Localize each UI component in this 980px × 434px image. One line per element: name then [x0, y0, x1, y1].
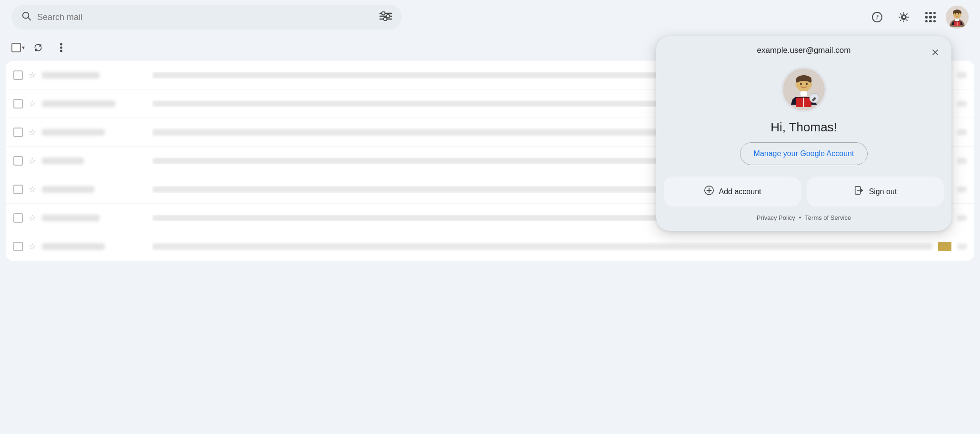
star-icon[interactable]: ☆ [29, 127, 36, 138]
dropdown-actions: Add account Sign out [664, 177, 944, 207]
search-input[interactable] [37, 12, 373, 22]
email-sender [42, 243, 147, 250]
email-sender [42, 72, 147, 79]
svg-point-23 [60, 50, 62, 52]
row-checkbox[interactable] [13, 70, 23, 80]
apps-button[interactable] [919, 6, 942, 29]
dropdown-avatar [781, 67, 827, 112]
svg-point-7 [384, 18, 387, 21]
select-all-wrapper[interactable]: ▾ [11, 43, 25, 52]
email-time [957, 158, 967, 164]
row-checkbox[interactable] [13, 185, 23, 194]
svg-point-21 [60, 43, 62, 46]
select-all-checkbox[interactable] [11, 43, 21, 52]
row-checkbox[interactable] [13, 128, 23, 137]
header-icons: ? [866, 6, 969, 29]
svg-point-10 [902, 16, 905, 19]
svg-point-18 [958, 13, 959, 15]
dropdown-avatar-section: Hi, Thomas! Manage your Google Account [656, 63, 951, 175]
more-options-button[interactable] [51, 38, 70, 57]
search-bar [11, 5, 402, 30]
svg-rect-33 [800, 91, 807, 96]
email-time [957, 72, 967, 78]
manage-account-button[interactable]: Manage your Google Account [740, 142, 868, 165]
row-checkbox[interactable] [13, 156, 23, 166]
dropdown-email: example.user@gmail.com [757, 46, 851, 55]
email-sender [42, 215, 147, 221]
account-dropdown: example.user@gmail.com [656, 36, 951, 231]
account-avatar-button[interactable] [946, 6, 969, 29]
email-sender [42, 129, 147, 136]
star-icon[interactable]: ☆ [29, 99, 36, 109]
dropdown-footer: Privacy Policy • Terms of Service [656, 210, 951, 223]
email-time [957, 187, 967, 192]
email-sender [42, 100, 147, 107]
dropdown-header: example.user@gmail.com [656, 36, 951, 63]
email-sender [42, 158, 147, 164]
settings-button[interactable] [892, 6, 915, 29]
add-account-button[interactable]: Add account [664, 177, 801, 207]
select-chevron[interactable]: ▾ [22, 44, 25, 51]
star-icon[interactable]: ☆ [29, 241, 36, 252]
email-time [957, 129, 967, 135]
row-checkbox[interactable] [13, 242, 23, 251]
star-icon[interactable]: ☆ [29, 213, 36, 223]
table-row[interactable]: ☆ [6, 232, 974, 261]
sign-out-icon [854, 185, 864, 198]
search-icon [21, 10, 31, 24]
header: ? [0, 0, 980, 34]
row-checkbox[interactable] [13, 213, 23, 223]
email-time [957, 101, 967, 107]
svg-point-3 [382, 12, 385, 15]
dropdown-greeting: Hi, Thomas! [770, 120, 837, 135]
sign-out-label: Sign out [869, 187, 897, 196]
svg-point-22 [60, 47, 62, 49]
terms-of-service-link[interactable]: Terms of Service [805, 214, 851, 221]
star-icon[interactable]: ☆ [29, 156, 36, 166]
filter-icon[interactable] [379, 11, 392, 23]
add-account-label: Add account [719, 187, 761, 196]
svg-point-31 [796, 83, 798, 87]
email-sender [42, 186, 147, 193]
email-content [152, 242, 951, 251]
close-button[interactable] [927, 44, 944, 61]
help-button[interactable]: ? [866, 6, 889, 29]
svg-point-30 [806, 83, 808, 85]
privacy-policy-link[interactable]: Privacy Policy [757, 214, 795, 221]
star-icon[interactable]: ☆ [29, 184, 36, 195]
footer-separator: • [799, 214, 801, 221]
row-checkbox[interactable] [13, 99, 23, 108]
star-icon[interactable]: ☆ [29, 70, 36, 80]
svg-point-5 [387, 15, 390, 18]
add-icon [704, 185, 714, 198]
svg-text:?: ? [876, 14, 879, 21]
svg-point-29 [800, 83, 802, 85]
email-time [957, 215, 967, 221]
svg-point-32 [810, 83, 812, 87]
sign-out-button[interactable]: Sign out [807, 177, 944, 207]
svg-point-17 [955, 13, 956, 15]
refresh-button[interactable] [29, 38, 48, 57]
svg-line-1 [28, 18, 30, 20]
email-time [957, 244, 967, 249]
